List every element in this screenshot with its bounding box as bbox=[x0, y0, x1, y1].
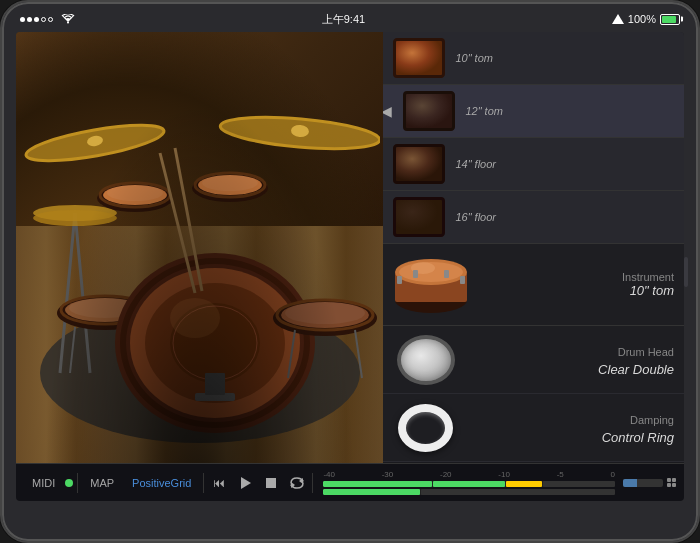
damping-visual bbox=[398, 404, 453, 452]
stop-button[interactable] bbox=[260, 472, 282, 494]
wifi-icon bbox=[61, 14, 75, 24]
ipad-frame: 上午9:41 100% bbox=[0, 0, 700, 543]
meter-seg-green-1 bbox=[323, 481, 431, 487]
grid-cell-4 bbox=[672, 483, 676, 487]
status-right: 100% bbox=[612, 13, 680, 25]
grid-cell-3 bbox=[667, 483, 671, 487]
drum-photo: snare bbox=[16, 32, 383, 463]
map-button[interactable]: MAP bbox=[82, 473, 122, 493]
drum-label-floor14: 14" floor bbox=[455, 158, 496, 170]
damping-value: Control Ring bbox=[602, 430, 674, 445]
meter-label-10: -10 bbox=[498, 470, 510, 479]
status-bar: 上午9:41 100% bbox=[2, 8, 698, 30]
meter-seg-yellow-1 bbox=[506, 481, 542, 487]
grid-row-1 bbox=[667, 478, 676, 482]
photo-overlay bbox=[16, 32, 383, 463]
drum-list-item-tom10[interactable]: 10" tom bbox=[383, 32, 684, 85]
drum-thumb-tom12 bbox=[403, 91, 455, 131]
drum-thumb-tom10 bbox=[393, 38, 445, 78]
main-content: snare bbox=[16, 32, 684, 463]
timeline-bar[interactable] bbox=[623, 479, 663, 487]
drum-list-item-floor14[interactable]: 14" floor bbox=[383, 138, 684, 191]
meter-seg-green-2 bbox=[433, 481, 505, 487]
divider-3 bbox=[312, 473, 313, 493]
instrument-label: Instrument bbox=[476, 271, 674, 283]
svg-rect-56 bbox=[397, 276, 402, 284]
grid-cell-2 bbox=[672, 478, 676, 482]
right-panel: 10" tom ◀ 12" tom 14" floor bbox=[383, 32, 684, 463]
drum-label-tom10: 10" tom bbox=[455, 52, 493, 64]
drum-label-tom12: 12" tom bbox=[465, 105, 503, 117]
signal-dot-5 bbox=[48, 17, 53, 22]
signal-dots bbox=[20, 17, 53, 22]
play-icon bbox=[238, 476, 252, 490]
svg-rect-58 bbox=[413, 270, 418, 278]
midi-label: MIDI bbox=[32, 477, 55, 489]
active-indicator: ◀ bbox=[383, 103, 392, 119]
meter-label-30: -30 bbox=[382, 470, 394, 479]
drum-label-floor16: 16" floor bbox=[455, 211, 496, 223]
grid-icon bbox=[667, 478, 676, 487]
meter-segments-1 bbox=[323, 481, 615, 487]
instrument-info: Instrument 10" tom bbox=[468, 252, 674, 317]
svg-marker-60 bbox=[241, 477, 251, 489]
bottom-toolbar: MIDI MAP PositiveGrid ⏮ bbox=[16, 463, 684, 501]
drum-thumb-floor14 bbox=[393, 144, 445, 184]
damping-section: Damping Control Ring bbox=[383, 394, 684, 462]
screen: snare bbox=[16, 32, 684, 501]
battery-fill bbox=[662, 16, 676, 23]
svg-point-0 bbox=[67, 21, 69, 23]
location-icon bbox=[612, 14, 624, 24]
meter-label-40: -40 bbox=[323, 470, 335, 479]
grid-cell-1 bbox=[667, 478, 671, 482]
meter-segments-2 bbox=[323, 489, 615, 495]
drum-head-value: Clear Double bbox=[598, 362, 674, 377]
instrument-image-wrapper bbox=[391, 252, 471, 317]
brand-label: PositiveGrid bbox=[132, 477, 191, 489]
loop-button[interactable] bbox=[286, 472, 308, 494]
svg-marker-1 bbox=[612, 14, 624, 24]
drum-head-info: Drum Head Clear Double bbox=[468, 342, 674, 378]
play-button[interactable] bbox=[234, 472, 256, 494]
drum-head-label: Drum Head bbox=[618, 346, 674, 358]
svg-rect-59 bbox=[444, 270, 449, 278]
drumhead-visual bbox=[397, 335, 455, 385]
divider-2 bbox=[203, 473, 204, 493]
battery-percent: 100% bbox=[628, 13, 656, 25]
instrument-panel: Instrument 10" tom Drum Head Clear Doubl… bbox=[383, 244, 684, 463]
divider-1 bbox=[77, 473, 78, 493]
instrument-image-container bbox=[393, 252, 468, 317]
rewind-button[interactable]: ⏮ bbox=[208, 472, 230, 494]
signal-dot-1 bbox=[20, 17, 25, 22]
meter-seg-green-3 bbox=[323, 489, 420, 495]
transport-controls: ⏮ bbox=[208, 472, 308, 494]
meter-labels: -40 -30 -20 -10 -5 0 bbox=[323, 470, 615, 479]
brand-button[interactable]: PositiveGrid bbox=[124, 473, 199, 493]
grid-row-2 bbox=[667, 483, 676, 487]
signal-dot-2 bbox=[27, 17, 32, 22]
drum-list-item-floor16[interactable]: 16" floor bbox=[383, 191, 684, 244]
drum-list-item-tom12[interactable]: ◀ 12" tom bbox=[383, 85, 684, 138]
drum-list: 10" tom ◀ 12" tom 14" floor bbox=[383, 32, 684, 244]
meter-seg-off-2 bbox=[421, 489, 615, 495]
meter-bar-2 bbox=[323, 489, 615, 495]
damping-info: Damping Control Ring bbox=[468, 410, 674, 446]
battery-icon bbox=[660, 14, 680, 25]
damping-label: Damping bbox=[630, 414, 674, 426]
svg-rect-57 bbox=[460, 276, 465, 284]
level-meter: -40 -30 -20 -10 -5 0 bbox=[317, 470, 621, 495]
midi-button[interactable]: MIDI bbox=[24, 473, 63, 493]
timeline-area bbox=[623, 478, 676, 487]
instrument-top-section: Instrument 10" tom bbox=[383, 244, 684, 326]
meter-label-5: -5 bbox=[557, 470, 564, 479]
meter-label-20: -20 bbox=[440, 470, 452, 479]
meter-bar-1 bbox=[323, 481, 615, 487]
instrument-tom-svg bbox=[391, 252, 471, 317]
damping-image bbox=[393, 400, 458, 455]
meter-seg-off-1 bbox=[543, 481, 615, 487]
timeline-fill bbox=[623, 479, 637, 487]
drum-head-section: Drum Head Clear Double bbox=[383, 326, 684, 394]
loop-icon bbox=[289, 476, 305, 490]
ipad-volume-button[interactable] bbox=[684, 257, 688, 287]
drum-thumb-floor16 bbox=[393, 197, 445, 237]
